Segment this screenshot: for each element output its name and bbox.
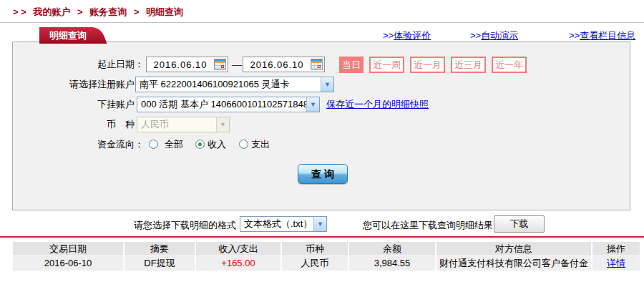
cell-summary: DF提现 (125, 256, 195, 271)
start-date-input[interactable]: 2016.06.10 (146, 57, 228, 72)
link-view-column-info[interactable]: >>查看栏目信息 (569, 29, 635, 42)
breadcrumb-item-account-query[interactable]: 账务查询 (89, 6, 127, 17)
column-header-action: 操作 (592, 242, 640, 256)
sub-account-select[interactable]: 000 活期 基本户 1406600101102571848 ▼ (137, 97, 320, 112)
link-view-column-info-label: 查看栏目信息 (580, 30, 635, 41)
flow-income-radio[interactable] (195, 140, 205, 149)
chevron-down-icon[interactable]: ▼ (321, 77, 333, 92)
query-form-panel: 起止日期： 2016.06.10 — 2016.06.10 当日 近一周 近一月… (12, 42, 630, 210)
divider (0, 236, 644, 238)
cell-income-expense: +165.00 (196, 256, 280, 271)
last-week-button[interactable]: 近一周 (369, 57, 404, 73)
sub-account-label: 下挂账户： (13, 97, 144, 112)
currency-select: 人民币 ▼ (137, 117, 230, 132)
breadcrumb-item-my-account[interactable]: 我的账户 (33, 6, 70, 17)
last-year-button[interactable]: 近一年 (492, 57, 527, 73)
cell-action: 详情 (592, 256, 640, 271)
double-arrow-icon: >> (383, 30, 394, 41)
date-range-dash: — (232, 57, 242, 72)
column-header-income-expense: 收入/支出 (196, 242, 280, 256)
detail-link[interactable]: 详情 (607, 258, 625, 268)
breadcrumb: > > 我的账户 > 账务查询 > 明细查询 (13, 6, 187, 19)
detail-query-page: > > 我的账户 > 账务查询 > 明细查询 明细查询 >>体验评价 >>自动演… (0, 0, 644, 287)
date-range-row: 起止日期： 2016.06.10 — 2016.06.10 当日 近一周 近一月… (13, 57, 630, 72)
last-month-button[interactable]: 近一月 (410, 57, 445, 73)
column-header-balance: 余额 (349, 242, 435, 256)
column-header-summary: 摘要 (125, 242, 195, 256)
link-auto-demo[interactable]: >>自动演示 (470, 29, 518, 42)
double-arrow-icon: >> (470, 30, 481, 41)
fund-flow-row: 资金流向： 全部 收入 支出 (13, 137, 630, 152)
download-button[interactable]: 下载 (494, 215, 545, 233)
link-auto-demo-label: 自动演示 (481, 30, 518, 41)
cell-balance: 3,984.55 (349, 256, 435, 271)
breadcrumb-separator: > (134, 6, 140, 17)
today-button[interactable]: 当日 (339, 57, 364, 73)
chevron-down-icon[interactable]: ▼ (306, 97, 319, 112)
cell-trade-date: 2016-06-10 (13, 256, 123, 271)
end-date-value: 2016.06.10 (243, 59, 311, 70)
double-arrow-icon: >> (569, 30, 580, 41)
flow-all-label[interactable]: 全部 (165, 137, 183, 152)
breadcrumb-arrows: > > (13, 6, 26, 17)
date-range-label: 起止日期： (13, 57, 144, 72)
currency-label: 币 种： (13, 117, 144, 132)
sub-account-value: 000 活期 基本户 1406600101102571848 (137, 98, 306, 111)
flow-income-label[interactable]: 收入 (208, 137, 226, 152)
download-format-select[interactable]: 文本格式（.txt） ▼ (240, 216, 327, 232)
column-header-counterparty: 对方信息 (436, 242, 591, 256)
result-table-header: 交易日期 摘要 收入/支出 币种 余额 对方信息 操作 (13, 242, 631, 256)
tab-detail-query: 明细查询 (39, 27, 89, 44)
flow-expense-label[interactable]: 支出 (251, 137, 270, 152)
save-snapshot-link[interactable]: 保存近一个月的明细快照 (326, 97, 429, 112)
cell-counterparty: 财付通支付科技有限公司客户备付金 (436, 256, 591, 271)
download-hint: 您可以在这里下载查询明细结果 (363, 219, 493, 232)
link-experience-rating-label: 体验评价 (394, 30, 431, 41)
registered-account-row: 请选择注册账户： 南平 6222001406100921065 灵通卡 ▼ (13, 77, 630, 92)
cell-currency: 人民币 (282, 256, 348, 271)
column-header-trade-date: 交易日期 (13, 242, 123, 256)
registered-account-select[interactable]: 南平 6222001406100921065 灵通卡 ▼ (135, 77, 334, 92)
currency-row: 币 种： 人民币 ▼ (13, 117, 630, 132)
registered-account-value: 南平 6222001406100921065 灵通卡 (136, 78, 321, 91)
flow-all-radio[interactable] (149, 140, 158, 149)
link-experience-rating[interactable]: >>体验评价 (383, 29, 431, 42)
column-header-currency: 币种 (282, 242, 348, 256)
table-row: 2016-06-10 DF提现 +165.00 人民币 3,984.55 财付通… (13, 256, 631, 271)
calendar-icon-grid (311, 63, 322, 69)
breadcrumb-separator: > (77, 6, 83, 17)
flow-expense-radio[interactable] (239, 140, 248, 149)
divider (0, 22, 644, 23)
fund-flow-label: 资金流向： (13, 137, 144, 152)
download-format-label: 请您选择下载明细的格式 (0, 219, 236, 232)
chevron-down-icon[interactable]: ▼ (313, 217, 326, 231)
breadcrumb-item-detail-query[interactable]: 明细查询 (146, 6, 183, 17)
end-date-input[interactable]: 2016.06.10 (243, 57, 325, 72)
calendar-icon[interactable] (214, 59, 226, 70)
registered-account-label: 请选择注册账户： (13, 77, 144, 92)
query-button[interactable]: 查 询 (298, 164, 348, 184)
sub-account-row: 下挂账户： 000 活期 基本户 1406600101102571848 ▼ 保… (13, 97, 630, 112)
calendar-icon[interactable] (311, 59, 323, 70)
last-3-months-button[interactable]: 近三月 (451, 57, 486, 73)
download-format-value: 文本格式（.txt） (240, 218, 313, 230)
calendar-icon-grid (215, 63, 225, 69)
start-date-value: 2016.06.10 (147, 59, 214, 70)
chevron-down-icon: ▼ (216, 117, 229, 132)
currency-value: 人民币 (137, 118, 216, 131)
